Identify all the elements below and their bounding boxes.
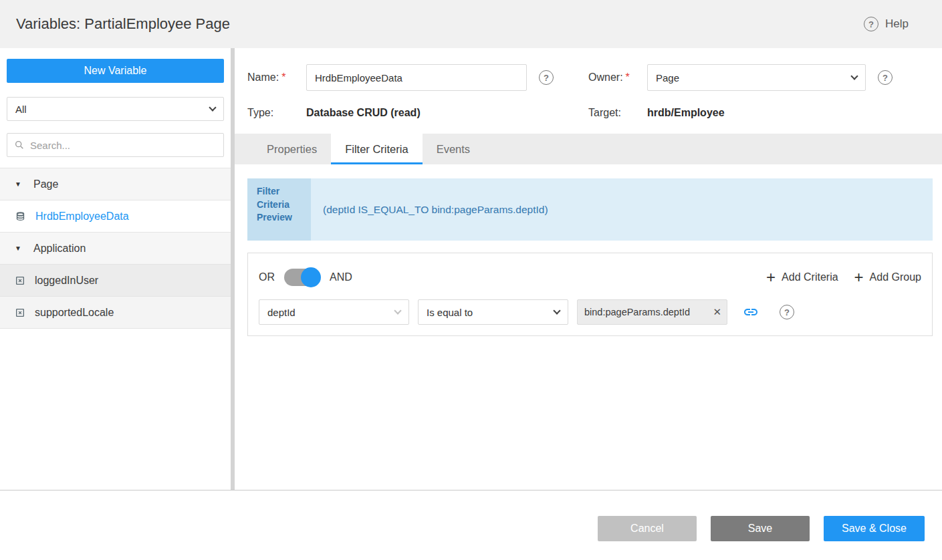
help-label: Help [885, 17, 909, 31]
required-marker: * [281, 72, 285, 84]
target-field-row: Target: hrdb/Employee [588, 107, 933, 119]
type-field-row: Type: Database CRUD (read) [247, 107, 588, 119]
cancel-button[interactable]: Cancel [598, 516, 697, 541]
criteria-row: deptId Is equal to bind:pageParams.deptI… [259, 299, 921, 325]
variable-icon [15, 275, 25, 286]
name-label: Name: [247, 72, 279, 84]
bind-value: bind:pageParams.deptId [584, 307, 711, 317]
bind-link-icon[interactable] [743, 304, 759, 320]
chevron-down-icon [850, 72, 858, 80]
add-group-button[interactable]: + Add Group [854, 271, 921, 284]
add-criteria-button[interactable]: + Add Criteria [766, 271, 838, 284]
variables-tree: ▼ Page HrdbEmployeeData ▼ Application lo… [0, 168, 231, 329]
variable-item-label: HrdbEmployeeData [35, 211, 129, 223]
sidebar-item-loggedinuser[interactable]: loggedInUser [0, 265, 231, 297]
owner-label: Owner: [588, 72, 623, 84]
group-label: Application [33, 243, 86, 255]
collapse-triangle-icon: ▼ [15, 180, 24, 188]
criteria-toolbar: OR AND + Add Criteria + Add Group [259, 265, 921, 290]
variables-dialog: Variables: PartialEmployee Page ? Help N… [0, 0, 942, 560]
sidebar-controls: New Variable All [0, 59, 231, 157]
field-value: deptId [267, 307, 296, 318]
owner-select[interactable]: Page [647, 64, 866, 91]
tab-events[interactable]: Events [423, 134, 484, 164]
variable-filter-select[interactable]: All [7, 97, 224, 121]
variable-editor: Name: * ? Owner: * Page ? [235, 48, 942, 490]
database-icon [15, 211, 26, 222]
or-and-toggle[interactable] [284, 269, 320, 286]
search-input[interactable] [30, 140, 217, 151]
group-label: Page [33, 178, 58, 190]
save-close-button[interactable]: Save & Close [824, 516, 925, 541]
chevron-down-icon [553, 307, 560, 314]
variables-sidebar: New Variable All ▼ Page HrdbEmployeeDat [0, 48, 231, 490]
criteria-help-icon[interactable]: ? [780, 305, 794, 319]
tab-filter-criteria[interactable]: Filter Criteria [331, 134, 422, 164]
help-button[interactable]: ? Help [864, 17, 909, 31]
required-marker: * [626, 72, 630, 84]
dialog-footer: Cancel Save Save & Close [0, 490, 942, 560]
name-input[interactable] [306, 64, 527, 91]
owner-help-icon[interactable]: ? [878, 70, 893, 85]
filter-criteria-preview: Filter Criteria Preview (deptId IS_EQUAL… [247, 178, 933, 241]
sidebar-item-hrdbemployeedata[interactable]: HrdbEmployeeData [0, 200, 231, 233]
add-criteria-label: Add Criteria [782, 271, 838, 283]
variable-icon [15, 307, 25, 318]
collapse-triangle-icon: ▼ [15, 245, 24, 252]
chevron-down-icon [209, 104, 216, 111]
add-group-label: Add Group [870, 271, 921, 283]
sidebar-group-application[interactable]: ▼ Application [0, 233, 231, 265]
variable-form: Name: * ? Owner: * Page ? [247, 64, 933, 119]
owner-value: Page [656, 72, 679, 84]
toggle-knob [301, 267, 321, 287]
type-label: Type: [247, 107, 273, 119]
target-value: hrdb/Employee [647, 107, 725, 119]
operator-select[interactable]: Is equal to [418, 299, 568, 325]
criteria-panel: OR AND + Add Criteria + Add Group d [247, 253, 933, 336]
and-label: AND [330, 271, 352, 283]
search-box [7, 133, 224, 157]
save-button[interactable]: Save [711, 516, 810, 541]
plus-icon: + [854, 271, 864, 284]
owner-field-row: Owner: * Page ? [588, 64, 933, 91]
field-select[interactable]: deptId [259, 299, 409, 325]
operator-value: Is equal to [427, 307, 473, 318]
sidebar-group-page[interactable]: ▼ Page [0, 168, 231, 200]
or-label: OR [259, 271, 275, 283]
help-icon: ? [864, 17, 878, 31]
clear-bind-icon[interactable]: ✕ [713, 306, 721, 318]
tab-properties[interactable]: Properties [253, 134, 331, 164]
plus-icon: + [766, 271, 776, 284]
dialog-header: Variables: PartialEmployee Page ? Help [0, 0, 942, 48]
tab-bar: Properties Filter Criteria Events [235, 134, 942, 164]
type-value: Database CRUD (read) [306, 107, 421, 119]
variable-item-label: loggedInUser [35, 275, 98, 287]
variable-item-label: supportedLocale [35, 307, 114, 319]
search-icon [14, 140, 25, 150]
bind-value-chip: bind:pageParams.deptId ✕ [577, 299, 727, 325]
page-title: Variables: PartialEmployee Page [16, 15, 230, 33]
preview-label: Filter Criteria Preview [247, 178, 311, 241]
chevron-down-icon [394, 307, 401, 314]
name-help-icon[interactable]: ? [539, 70, 554, 85]
target-label: Target: [588, 107, 621, 119]
variable-filter-value: All [15, 104, 27, 115]
dialog-body: New Variable All ▼ Page HrdbEmployeeDat [0, 48, 942, 490]
preview-expression: (deptId IS_EQUAL_TO bind:pageParams.dept… [311, 178, 933, 241]
sidebar-item-supportedlocale[interactable]: supportedLocale [0, 297, 231, 329]
new-variable-button[interactable]: New Variable [7, 59, 224, 83]
name-field-row: Name: * ? [247, 64, 588, 91]
